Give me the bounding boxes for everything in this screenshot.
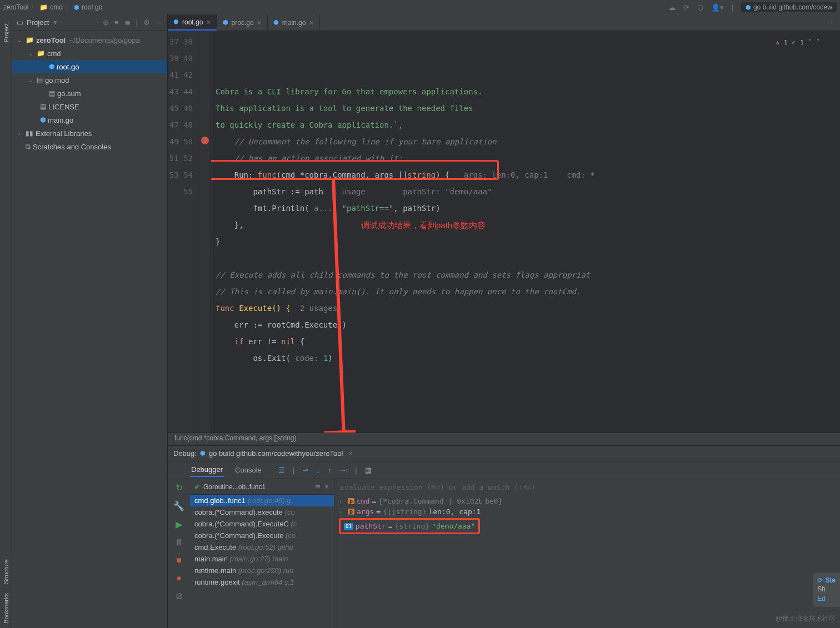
tree-label: Scratches and Consoles: [33, 143, 111, 151]
expand-icon[interactable]: ≡: [114, 18, 119, 27]
notification-popup[interactable]: ⟳Ste Sh Ed: [813, 572, 840, 607]
project-window-icon: ▭: [17, 18, 23, 27]
breakpoints-icon[interactable]: ●: [176, 573, 182, 583]
frame-row[interactable]: runtime.goexit (asm_arm64.s:1: [190, 576, 334, 588]
step-over-icon[interactable]: ⤻: [302, 466, 308, 474]
tree-file-root-go[interactable]: ⬢ root.go: [12, 60, 167, 73]
project-panel: ▭ Project ▼ ⊕ ≡ ≣ | ⚙ — ⌄ 📁 zeroTool ~/D…: [12, 14, 168, 628]
breadcrumb-root[interactable]: zeroTool: [3, 3, 28, 11]
editor-tabs: ⬢ root.go × ⬢ proc.go × ⬢ main.go × ⋮: [168, 14, 840, 31]
filter-icon[interactable]: ≣: [315, 483, 321, 491]
stop-icon[interactable]: ■: [176, 555, 182, 565]
chevron-right-icon[interactable]: ›: [339, 498, 346, 504]
locate-icon[interactable]: ⊕: [103, 18, 109, 27]
chevron-right-icon[interactable]: ›: [16, 130, 23, 137]
var-args[interactable]: › p args = {[]string} len:0, cap:1: [339, 506, 836, 517]
breadcrumb-file[interactable]: root.go: [82, 3, 102, 11]
tree-root[interactable]: ⌄ 📁 zeroTool ~/Documents/go/gopa: [12, 33, 167, 47]
tab-label: root.go: [182, 18, 203, 26]
project-tree: ⌄ 📁 zeroTool ~/Documents/go/gopa ⌄ 📁 cmd…: [12, 31, 167, 628]
library-icon: ▮▮: [26, 129, 33, 137]
run-to-cursor-icon[interactable]: →ᵢ: [339, 466, 347, 474]
param-badge-icon: p: [348, 498, 354, 504]
tab-root-go[interactable]: ⬢ root.go ×: [168, 14, 217, 31]
breadcrumb: zeroTool 〉 📁 cmd 〉 ⬢ root.go: [3, 3, 102, 12]
close-icon[interactable]: ×: [257, 18, 262, 27]
step-out-icon[interactable]: ↑: [328, 466, 332, 474]
breakpoint-icon[interactable]: [201, 137, 209, 144]
frame-row[interactable]: cobra.(*Command).Execute (co: [190, 530, 334, 541]
check-icon: ✔: [194, 483, 200, 491]
chevron-down-icon[interactable]: ⌄: [27, 51, 34, 57]
frame-row[interactable]: main.main (main.go:27) main: [190, 553, 334, 565]
code-content[interactable]: Cobra is a CLI library for Go that empow…: [211, 31, 831, 433]
code-line: // This is called by main.main(). It onl…: [216, 287, 581, 296]
code-line: err := rootCmd.Execute(): [216, 320, 347, 329]
thread-name[interactable]: Goroutine...ob..func1: [203, 483, 266, 491]
side-tab-bookmarks[interactable]: Bookmarks: [2, 589, 11, 628]
more-icon[interactable]: ⋮: [828, 18, 836, 27]
rerun-icon[interactable]: ↻: [176, 483, 183, 493]
evaluate-field[interactable]: Evaluate expression (⌘⏎) or add a watch …: [334, 479, 840, 495]
modify-icon[interactable]: 🔧: [173, 501, 184, 511]
run-config[interactable]: ⬢ go build github.com/codew: [741, 2, 837, 12]
hide-icon[interactable]: —: [156, 18, 163, 27]
inspection-indicators[interactable]: ⚠ 1 ✔ 1 ˆ ˇ: [776, 34, 820, 51]
dropdown-icon[interactable]: ▼: [324, 484, 329, 490]
popup-link[interactable]: Ed: [817, 594, 836, 604]
var-value: be0}: [485, 497, 502, 505]
frame-row[interactable]: cmd.Execute (root.go:52) githu: [190, 541, 334, 553]
code-editor[interactable]: 37 38 39 40 41 42 43 44 45 46 47 48 49 5…: [168, 31, 840, 433]
gear-icon[interactable]: ⚙: [143, 18, 150, 27]
dropdown-icon[interactable]: ▼: [52, 19, 58, 26]
side-tab-project[interactable]: Project: [2, 19, 11, 47]
pause-icon[interactable]: ⏸: [174, 537, 183, 547]
frame-row[interactable]: cobra.(*Command).ExecuteC (c: [190, 518, 334, 530]
tree-root-path: ~/Documents/go/gopa: [69, 36, 140, 44]
breadcrumb-cmd[interactable]: cmd: [50, 3, 63, 11]
step-into-icon[interactable]: ↓: [316, 466, 320, 474]
var-cmd[interactable]: › p cmd = {*cobra.Command | 0x102bbe0}: [339, 496, 836, 506]
var-pathstr-highlighted[interactable]: 01 pathStr = {string} "demo/aaa": [339, 518, 480, 534]
go-file-icon: ⬢: [49, 63, 54, 71]
go-file-icon: ⬢: [746, 4, 751, 11]
tree-file-main-go[interactable]: ⬢ main.go: [12, 113, 167, 127]
chevron-right-icon[interactable]: ›: [339, 509, 346, 515]
threads-icon[interactable]: ☰: [278, 466, 285, 474]
tab-main-go[interactable]: ⬢ main.go ×: [268, 14, 320, 31]
tree-file-go-mod[interactable]: ⌄ ▤ go.mod: [12, 73, 167, 87]
user-icon[interactable]: 👤▾: [711, 3, 724, 12]
hex-icon[interactable]: ⬡: [697, 3, 703, 12]
tree-scratches[interactable]: ⧉ Scratches and Consoles: [12, 140, 167, 153]
close-icon[interactable]: ×: [309, 18, 313, 27]
cloud-icon[interactable]: ☁: [668, 3, 676, 12]
chevron-down-icon[interactable]: ⌄: [27, 77, 34, 83]
side-tab-structure[interactable]: Structure: [2, 555, 11, 589]
close-icon[interactable]: ×: [348, 449, 353, 458]
var-type: {string}: [394, 522, 429, 530]
mute-bp-icon[interactable]: ⊘: [176, 591, 183, 601]
folder-icon: 📁: [39, 3, 48, 11]
chevron-up-icon[interactable]: ˆ: [808, 34, 812, 51]
resume-icon[interactable]: ▶: [176, 519, 182, 530]
chevron-down-icon[interactable]: ⌄: [16, 37, 23, 43]
tree-file-license[interactable]: ▤ LICENSE: [12, 100, 167, 113]
frame-row[interactable]: cmd.glob..func1 (root.go:45) g.: [190, 495, 334, 506]
evaluate-icon[interactable]: ▦: [365, 466, 372, 474]
tree-folder-cmd[interactable]: ⌄ 📁 cmd: [12, 47, 167, 60]
tree-file-go-sum[interactable]: ▤ go.sum: [12, 87, 167, 100]
marker-bar[interactable]: [831, 31, 840, 433]
frames-list: cmd.glob..func1 (root.go:45) g.cobra.(*C…: [190, 495, 334, 628]
tab-console[interactable]: Console: [234, 464, 263, 476]
collapse-icon[interactable]: ≣: [124, 18, 131, 27]
tree-label: go.mod: [45, 76, 69, 84]
frame-row[interactable]: cobra.(*Command).execute (co: [190, 506, 334, 518]
tab-debugger[interactable]: Debugger: [190, 463, 224, 477]
chevron-down-icon[interactable]: ˇ: [816, 34, 820, 51]
frame-row[interactable]: runtime.main (proc.go:250) run: [190, 565, 334, 576]
tree-external-libs[interactable]: › ▮▮ External Libraries: [12, 127, 167, 140]
top-bar: zeroTool 〉 📁 cmd 〉 ⬢ root.go ☁ ⟳ ⬡ 👤▾ | …: [0, 0, 840, 14]
tab-proc-go[interactable]: ⬢ proc.go ×: [217, 14, 268, 31]
sync-icon[interactable]: ⟳: [683, 3, 689, 12]
close-icon[interactable]: ×: [206, 18, 211, 27]
